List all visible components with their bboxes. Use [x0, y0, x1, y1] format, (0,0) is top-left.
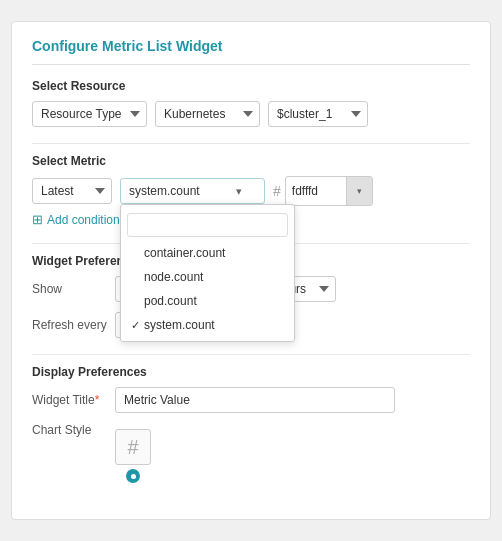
metric-dropdown-wrapper: system.count ✓ container.count ✓ node.co… — [120, 178, 265, 204]
divider-1 — [32, 143, 470, 144]
show-label: Show — [32, 282, 107, 296]
hash-chart-icon: # — [127, 436, 138, 459]
metric-option-node[interactable]: ✓ node.count — [121, 265, 294, 289]
select-metric-label: Select Metric — [32, 154, 470, 168]
chart-option-hash[interactable]: # — [115, 429, 151, 483]
resource-type-select[interactable]: Resource Type Node Container Pod — [32, 101, 147, 127]
chart-style-label: Chart Style — [32, 423, 107, 437]
panel-title: Configure Metric List Widget — [32, 38, 470, 65]
configure-panel: Configure Metric List Widget Select Reso… — [11, 21, 491, 520]
display-preferences-label: Display Preferences — [32, 365, 470, 379]
plus-icon: ⊞ — [32, 212, 43, 227]
hash-symbol: # — [273, 183, 281, 199]
select-resource-section: Select Resource Resource Type Node Conta… — [32, 79, 470, 127]
metric-option-container[interactable]: ✓ container.count — [121, 241, 294, 265]
widget-title-row: Widget Title* — [32, 387, 470, 413]
metric-dropdown: ✓ container.count ✓ node.count ✓ pod.cou… — [120, 204, 295, 342]
color-text-input[interactable] — [286, 180, 346, 202]
color-input-wrapper: ▾ — [285, 176, 373, 206]
cluster-select[interactable]: $cluster_1 $cluster_2 — [268, 101, 368, 127]
chart-style-row: Chart Style # — [32, 423, 470, 483]
latest-select[interactable]: Latest Average Max Min — [32, 178, 112, 204]
chart-style-options: # — [115, 429, 151, 483]
metric-option-system[interactable]: ✓ system.count — [121, 313, 294, 337]
widget-title-input[interactable] — [115, 387, 395, 413]
chart-radio-hash[interactable] — [126, 469, 140, 483]
resource-row: Resource Type Node Container Pod Kuberne… — [32, 101, 470, 127]
metric-option-pod[interactable]: ✓ pod.count — [121, 289, 294, 313]
metric-row: Latest Average Max Min system.count ✓ co… — [32, 176, 470, 206]
chart-icon-hash: # — [115, 429, 151, 465]
color-swatch-button[interactable]: ▾ — [346, 177, 372, 205]
hash-color-row: # ▾ — [273, 176, 373, 206]
radio-selected-indicator — [126, 469, 140, 483]
select-resource-label: Select Resource — [32, 79, 470, 93]
required-star: * — [95, 393, 100, 407]
metric-select-button[interactable]: system.count — [120, 178, 265, 204]
refresh-label: Refresh every — [32, 318, 107, 332]
display-preferences-section: Display Preferences Widget Title* Chart … — [32, 365, 470, 483]
select-metric-section: Select Metric Latest Average Max Min sys… — [32, 154, 470, 227]
metric-search-input[interactable] — [127, 213, 288, 237]
metric-selected-value: system.count — [129, 184, 200, 198]
divider-3 — [32, 354, 470, 355]
platform-select[interactable]: Kubernetes Docker AWS — [155, 101, 260, 127]
widget-title-label: Widget Title* — [32, 393, 107, 407]
